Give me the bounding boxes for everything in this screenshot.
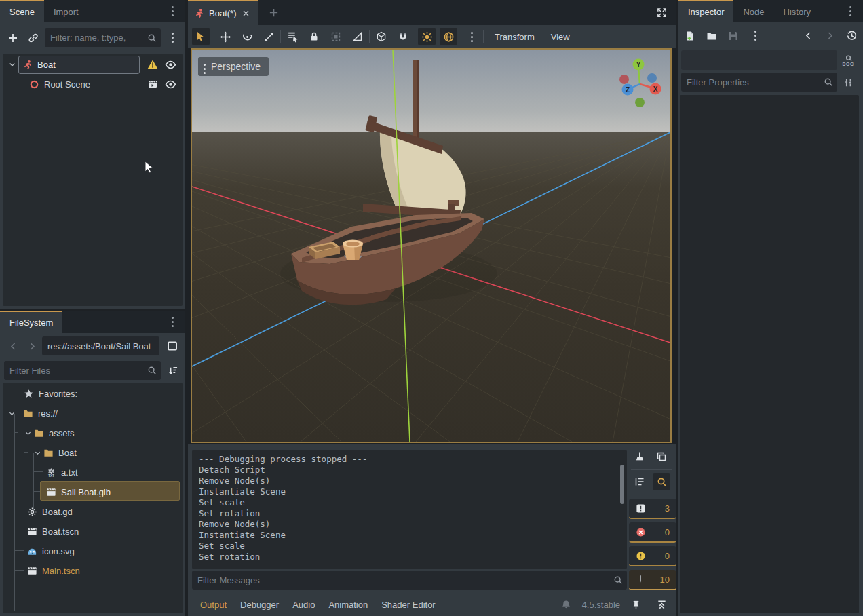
load-resource-icon[interactable] [703, 27, 721, 45]
select-tool-button[interactable] [192, 28, 210, 45]
scene-tab-boat[interactable]: Boat(*) [188, 0, 258, 25]
clear-log-icon[interactable] [631, 448, 649, 465]
notifications-bell-icon[interactable] [558, 596, 575, 613]
output-log[interactable]: --- Debugging process stopped --- Detach… [192, 450, 627, 569]
tab-import[interactable]: Import [44, 0, 88, 22]
folder-icon [23, 408, 33, 419]
warning-icon[interactable] [144, 56, 161, 73]
fs-item-main-tscn[interactable]: Main.tscn [27, 561, 179, 580]
collapse-duplicates-icon[interactable] [631, 473, 649, 490]
move-tool-button[interactable] [216, 28, 234, 45]
resource-extra-menu-icon[interactable] [746, 27, 764, 45]
history-back-icon[interactable] [799, 27, 817, 45]
current-path-field[interactable] [42, 336, 159, 355]
log-line: Set rotation [199, 552, 620, 562]
bottom-tab-audio[interactable]: Audio [286, 600, 322, 610]
tab-inspector[interactable]: Inspector [678, 0, 733, 22]
new-scene-tab-icon[interactable] [265, 4, 282, 22]
bottom-tab-output[interactable]: Output [193, 600, 233, 610]
property-tools-icon[interactable] [839, 73, 857, 91]
version-label: 4.5.stable [582, 600, 620, 610]
list-select-tool-button[interactable] [284, 28, 301, 45]
distraction-free-icon[interactable] [653, 4, 670, 22]
object-history-icon[interactable] [843, 27, 860, 45]
rotate-tool-button[interactable] [238, 28, 256, 45]
menu-transform[interactable]: Transform [486, 32, 543, 42]
fs-item-favorites[interactable]: Favorites: [6, 384, 179, 403]
tab-node[interactable]: Node [733, 0, 773, 22]
fs-item-a-txt[interactable]: TXT a.txt [46, 463, 179, 482]
group-selected-button[interactable] [327, 28, 345, 45]
menu-view[interactable]: View [543, 32, 578, 42]
fs-item-boat-gd[interactable]: Boat.gd [27, 502, 179, 521]
fs-item-boat-tscn[interactable]: Boat.tscn [27, 522, 179, 541]
history-back-icon[interactable] [4, 337, 22, 355]
scene-dock-menu-icon[interactable] [164, 3, 181, 20]
local-space-button[interactable] [372, 28, 390, 45]
scene-file-icon [46, 487, 56, 497]
filter-messages-input[interactable] [192, 571, 627, 590]
close-tab-icon[interactable] [240, 8, 251, 19]
filter-files-input[interactable] [4, 361, 161, 380]
visibility-eye-icon[interactable] [161, 56, 179, 73]
ruler-tool-button[interactable] [349, 28, 366, 45]
bottom-tab-debugger[interactable]: Debugger [233, 600, 286, 610]
warning-counter-badge[interactable]: 0 [629, 546, 676, 566]
tab-filesystem[interactable]: FileSystem [0, 311, 62, 333]
instance-scene-button[interactable] [24, 29, 42, 47]
node-rename-field[interactable]: Boat [18, 56, 140, 74]
inspector-dock-menu-icon[interactable] [841, 3, 859, 20]
toggle-split-mode-icon[interactable] [164, 337, 181, 355]
fs-item-sail-boat-glb[interactable]: Sail Boat.glb [46, 482, 179, 501]
scene-node-boat[interactable]: Boat [6, 55, 179, 74]
visibility-eye-icon[interactable] [161, 75, 179, 93]
gdscript-icon [27, 507, 37, 517]
viewport-3d[interactable]: Y X Z Perspective [191, 48, 672, 443]
bottom-tab-shader-editor[interactable]: Shader Editor [375, 600, 442, 610]
filter-properties-input[interactable] [681, 73, 837, 92]
lock-selected-button[interactable] [305, 28, 323, 45]
fs-item-res[interactable]: res:// [6, 404, 179, 423]
log-line: Set scale [199, 497, 620, 508]
save-resource-icon[interactable] [725, 27, 742, 45]
scale-tool-button[interactable] [260, 28, 277, 45]
filesystem-dock-menu-icon[interactable] [164, 313, 181, 331]
filesystem-dock: FileSystem Favorites: [0, 311, 185, 616]
message-counter-badge[interactable]: 10 [629, 570, 676, 590]
scene-tree-menu-icon[interactable] [164, 29, 181, 47]
fs-item-boat-folder[interactable]: Boat [31, 443, 179, 462]
scene-filter-input[interactable] [45, 28, 161, 47]
file-sort-icon[interactable] [164, 362, 181, 379]
alert-counter-badge[interactable]: 3 [629, 499, 676, 519]
tab-history[interactable]: History [774, 0, 820, 22]
filesystem-filter-row [0, 359, 185, 382]
log-scrollbar[interactable] [620, 465, 624, 504]
instanced-scene-icon[interactable] [144, 75, 161, 93]
expand-bottom-panel-icon[interactable] [653, 596, 670, 613]
inspector-properties-area[interactable] [680, 95, 859, 613]
bottom-tab-animation[interactable]: Animation [322, 600, 375, 610]
scene-node-root-scene[interactable]: Root Scene [6, 75, 179, 94]
add-node-button[interactable] [4, 29, 22, 47]
inspector-toolbar [678, 22, 863, 49]
pin-panel-icon[interactable] [627, 596, 645, 613]
snap-toggle-button[interactable] [394, 28, 412, 45]
search-log-toggle[interactable] [653, 473, 670, 490]
preview-environment-button[interactable] [440, 28, 457, 45]
collapse-chevron-icon[interactable] [31, 444, 43, 461]
history-forward-icon[interactable] [23, 337, 41, 355]
copy-log-icon[interactable] [653, 448, 670, 465]
tab-scene[interactable]: Scene [0, 0, 44, 22]
error-counter-badge[interactable]: 0 [629, 522, 676, 543]
perspective-menu-button[interactable]: Perspective [198, 57, 269, 76]
doc-search-icon[interactable]: DOC [836, 52, 860, 69]
fs-item-assets[interactable]: assets [22, 423, 179, 442]
new-resource-icon[interactable] [681, 27, 699, 45]
collapse-chevron-icon[interactable] [5, 404, 18, 422]
history-forward-icon[interactable] [821, 27, 839, 45]
workspace: Boat(*) Transform View [188, 0, 676, 616]
collapse-chevron-icon[interactable] [22, 424, 34, 442]
preview-sunlight-button[interactable] [418, 28, 436, 45]
fs-item-icon-svg[interactable]: icon.svg [27, 541, 179, 560]
view-settings-menu-icon[interactable] [463, 28, 480, 45]
